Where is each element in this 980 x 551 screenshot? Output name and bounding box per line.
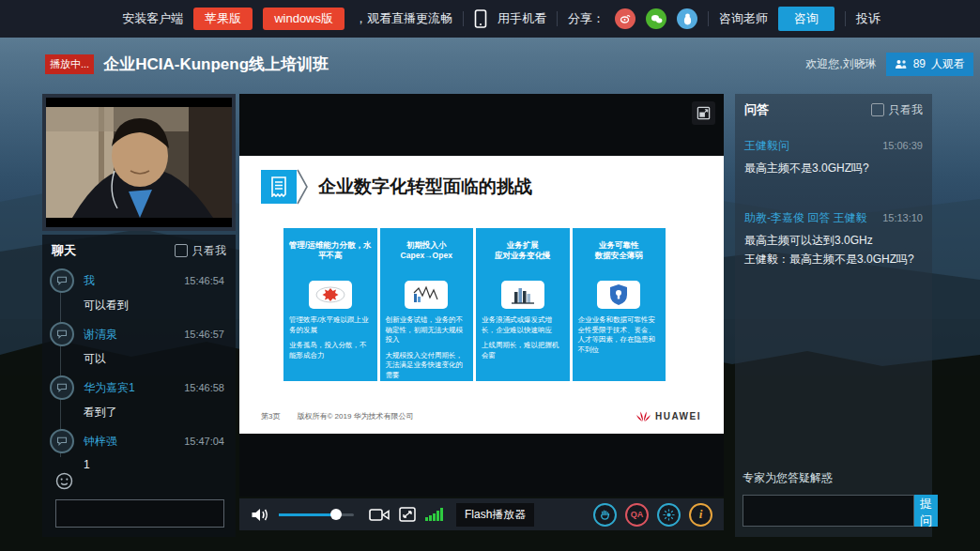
volume-slider-knob[interactable] (330, 509, 342, 520)
card-body-text: 业务浪涌式或爆发式增长，企业难以快速响应 (482, 315, 564, 335)
info-icon[interactable]: i (689, 503, 712, 527)
chat-sender-name: 华为嘉宾1 (84, 380, 184, 396)
chat-timestamp: 15:46:54 (184, 275, 224, 286)
raise-hand-icon[interactable] (593, 503, 617, 527)
challenge-card-1: 管理/运维能力分散，水平不高 管理效率/水平难以跟上业务的发展 业务孤岛，投入分… (283, 228, 377, 381)
camera-icon[interactable] (369, 508, 390, 522)
slide-title: 企业数字化转型面临的挑战 (318, 175, 532, 199)
qa-message: 助教-李嘉俊 回答 王健毅 15:13:10 最高主频可以达到3.0GHz 王健… (744, 210, 923, 268)
security-shield-icon (597, 281, 640, 309)
settings-icon[interactable] (657, 503, 681, 527)
people-icon (895, 59, 908, 69)
chat-title: 聊天 (52, 242, 76, 259)
volume-icon[interactable] (251, 507, 269, 523)
card-header: 初期投入小 Capex→Opex (380, 228, 474, 271)
signal-strength-icon (425, 508, 443, 521)
chat-panel: 聊天 只看我 我 15:46:54 可以看到 谢清泉 15:46 (42, 235, 236, 537)
flash-player-label: Flash播放器 (456, 503, 534, 527)
qa-timestamp: 15:06:39 (882, 140, 923, 151)
chat-sender-name: 我 (84, 273, 184, 289)
ask-question-button[interactable]: 提问 (914, 495, 938, 527)
qa-sender-name: 助教-李嘉俊 回答 王健毅 (744, 210, 867, 226)
huawei-flower-icon (635, 410, 651, 422)
qa-panel: 问答 只看我 王健毅问 15:06:39 最高主频不是3.0GHZ吗? 助教-李… (735, 94, 932, 537)
fit-screen-icon[interactable] (399, 507, 416, 522)
card-body-text: 创新业务试错，业务的不确定性，初期无法大规模投入 (386, 315, 468, 345)
presenter-webcam-video[interactable] (42, 94, 236, 231)
chat-only-me-filter[interactable]: 只看我 (175, 243, 226, 259)
presentation-slide: 企业数字化转型面临的挑战 管理/运维能力分散，水平不高 管理效率/水平难以跟上业… (239, 156, 724, 434)
qa-only-me-filter[interactable]: 只看我 (871, 102, 923, 118)
chat-sender-name: 谢清泉 (84, 327, 184, 343)
challenge-card-3: 业务扩展 应对业务变化慢 业务浪涌式或爆发式增长，企业难以快速响应 上线周期长，… (476, 228, 570, 381)
emoji-icon[interactable] (55, 472, 73, 494)
chat-message-text: 1 (84, 458, 226, 471)
slide-copyright: 版权所有© 2019 华为技术有限公司 (297, 411, 413, 421)
card-body-text: 上线周期长，难以把握机会窗 (482, 341, 564, 360)
consult-teacher-label: 咨询老师 (719, 10, 768, 27)
slide-player[interactable]: 企业数字化转型面临的挑战 管理/运维能力分散，水平不高 管理效率/水平难以跟上业… (239, 94, 724, 497)
chat-message-text: 看到了 (84, 405, 226, 421)
viewer-count: 89 (913, 57, 926, 70)
qa-question-input[interactable] (743, 495, 914, 527)
viewer-count-badge: 89 人观看 (886, 53, 973, 76)
card-body-text: 企业业务和数据可靠性安全性受限于技术、资金、人才等因素，存在隐患和不到位 (578, 315, 661, 355)
wechat-share-icon[interactable] (646, 8, 666, 29)
qa-message-text: 王健毅：最高主频不是3.0GHZ吗? (744, 251, 923, 268)
chevron-right-icon (297, 169, 309, 205)
chat-timestamp: 15:46:57 (184, 329, 224, 340)
consult-button[interactable]: 咨询 (778, 7, 835, 31)
install-client-label: 安装客户端 (122, 10, 183, 27)
player-controls: Flash播放器 QA i (239, 498, 724, 530)
huawei-logo: HUAWEI (635, 410, 701, 422)
welcome-user-label: 欢迎您,刘晓琳 (805, 56, 876, 72)
complaint-link[interactable]: 投诉 (856, 10, 880, 27)
divider (708, 11, 709, 26)
slide-footer: 第3页 版权所有© 2019 华为技术有限公司 HUAWEI (261, 410, 701, 422)
chat-only-me-checkbox[interactable] (175, 244, 188, 257)
qq-share-icon[interactable] (677, 8, 697, 29)
share-label: 分享： (568, 10, 605, 27)
slide-page-number: 第3页 (261, 411, 280, 421)
divider (463, 11, 464, 26)
phone-icon (474, 9, 487, 28)
playing-status-badge: 播放中... (45, 54, 94, 74)
windows-version-button[interactable]: windows版 (263, 8, 345, 30)
chat-bubble-avatar-icon (50, 429, 74, 453)
chat-timestamp: 15:46:58 (184, 382, 224, 393)
chat-message-text: 可以 (84, 351, 226, 367)
weibo-share-icon[interactable] (615, 8, 635, 29)
qa-timestamp: 15:13:10 (882, 212, 923, 223)
challenge-cards: 管理/运维能力分散，水平不高 管理效率/水平难以跟上业务的发展 业务孤岛，投入分… (283, 228, 666, 381)
card-header: 管理/运维能力分散，水平不高 (283, 228, 377, 271)
chat-message-list[interactable]: 我 15:46:54 可以看到 谢清泉 15:46:57 可以 华为嘉宾1 15… (42, 265, 236, 472)
qa-title: 问答 (744, 101, 769, 118)
webcam-frame (46, 98, 232, 227)
swap-screen-icon[interactable] (692, 101, 715, 125)
volume-slider[interactable] (279, 513, 354, 516)
qa-mode-icon[interactable]: QA (625, 503, 649, 527)
cost-trend-chart-icon (405, 281, 448, 309)
chat-message: 钟梓强 15:47:04 1 (50, 429, 226, 471)
scattered-management-icon (309, 281, 352, 309)
apple-version-button[interactable]: 苹果版 (193, 8, 253, 30)
card-body-text: 大规模投入交付周期长，无法满足业务快速变化的需要 (386, 351, 468, 381)
huawei-logo-text: HUAWEI (655, 411, 701, 421)
chat-input[interactable] (55, 499, 224, 528)
qa-only-me-checkbox[interactable] (871, 103, 884, 116)
card-body-text: 业务孤岛，投入分散，不能形成合力 (289, 341, 372, 360)
watch-on-mobile-label[interactable]: 用手机看 (498, 10, 546, 27)
volume-slider-fill (279, 513, 335, 516)
header-row: 播放中... 企业HCIA-Kunpeng线上培训班 欢迎您,刘晓琳 89 人观… (0, 38, 980, 90)
card-body-text: 管理效率/水平难以跟上业务的发展 (289, 315, 372, 335)
divider (845, 11, 846, 26)
page-title: 企业HCIA-Kunpeng线上培训班 (103, 54, 329, 75)
challenge-card-2: 初期投入小 Capex→Opex 创新业务试错，业务的不确定性，初期无法大规模投… (380, 228, 474, 381)
qa-message-list[interactable]: 王健毅问 15:06:39 最高主频不是3.0GHZ吗? 助教-李嘉俊 回答 王… (735, 124, 932, 268)
card-header: 业务可靠性 数据安全薄弱 (573, 228, 666, 271)
chat-timestamp: 15:47:04 (184, 436, 224, 447)
chat-message: 谢清泉 15:46:57 可以 (50, 322, 226, 367)
qa-message-text: 最高主频可以达到3.0GHz (744, 232, 923, 250)
qa-sender-name: 王健毅问 (744, 138, 789, 154)
chat-message: 华为嘉宾1 15:46:58 看到了 (50, 375, 226, 421)
